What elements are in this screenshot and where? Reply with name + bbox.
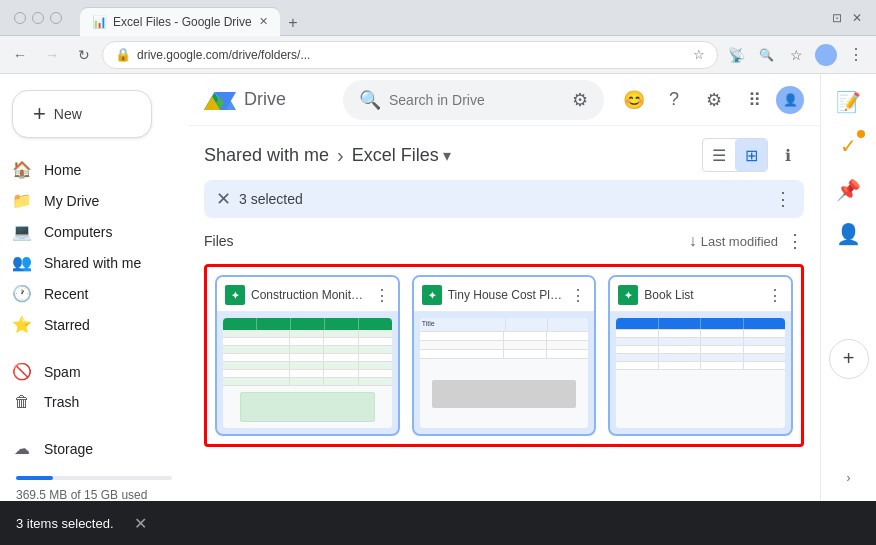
browser-tab[interactable]: 📊 Excel Files - Google Drive ✕	[80, 8, 280, 36]
close-button[interactable]: ✕	[852, 11, 862, 25]
storage-bar-background	[16, 476, 172, 480]
main-content: Drive 🔍 ⚙ 😊 ? ⚙ ⠿ 👤 Shared w	[188, 74, 820, 501]
bottom-bar: 3 items selected. ✕	[0, 501, 876, 545]
files-label: Files	[204, 233, 689, 249]
file-more-3[interactable]: ⋮	[767, 286, 783, 305]
new-tab-button[interactable]: +	[280, 10, 306, 36]
right-panel-tasks-icon[interactable]: ✓	[829, 126, 869, 166]
right-panel-keep-icon[interactable]: 📌	[829, 170, 869, 210]
bookmark-star-icon[interactable]: ☆	[782, 41, 810, 69]
plus-icon: +	[33, 103, 46, 125]
grid-view-button[interactable]: ⊞	[735, 139, 767, 171]
spam-icon: 🚫	[12, 362, 32, 381]
maximize-dot[interactable]	[50, 12, 62, 24]
header-actions: 😊 ? ⚙ ⠿ 👤	[616, 82, 804, 118]
drive-logo-area: Drive	[204, 86, 331, 114]
drive-header: Drive 🔍 ⚙ 😊 ? ⚙ ⠿ 👤	[188, 74, 820, 126]
breadcrumb-chevron[interactable]: ▾	[443, 146, 451, 165]
right-panel-docs-icon[interactable]: 📝	[829, 82, 869, 122]
file-card-booklist[interactable]: ✦ Book List ⋮	[608, 275, 793, 436]
storage-icon: ☁	[12, 439, 32, 458]
tab-favicon: 📊	[92, 15, 107, 29]
file-card-construction[interactable]: ✦ Construction Monitor... ⋮	[215, 275, 400, 436]
restore-button[interactable]: ⊡	[832, 11, 842, 25]
bookmark-icon[interactable]: ☆	[693, 47, 705, 62]
zoom-icon[interactable]: 🔍	[752, 41, 780, 69]
sheets-icon-2: ✦	[422, 285, 442, 305]
cast-icon[interactable]: 📡	[722, 41, 750, 69]
avatar[interactable]: 👤	[776, 86, 804, 114]
sidebar-item-computers[interactable]: 💻 Computers	[0, 216, 176, 247]
breadcrumb-parent[interactable]: Shared with me	[204, 145, 329, 166]
new-button[interactable]: + New	[12, 90, 152, 138]
search-bar[interactable]: 🔍 ⚙	[343, 80, 604, 120]
spreadsheet-3	[616, 318, 785, 428]
sidebar: + New 🏠 Home 📁 My Drive 💻 Computers 👥 Sh…	[0, 74, 188, 501]
sidebar-item-trash[interactable]: 🗑 Trash	[0, 387, 176, 417]
sidebar-item-home[interactable]: 🏠 Home	[0, 154, 176, 185]
right-panel: 📝 ✓ 📌 👤 + ›	[820, 74, 876, 501]
files-grid: ✦ Construction Monitor... ⋮	[204, 264, 804, 447]
tune-icon[interactable]: ⚙	[572, 89, 588, 111]
file-preview-3	[616, 318, 785, 428]
files-header: Files ↓ Last modified ⋮	[204, 230, 804, 252]
bottom-close-button[interactable]: ✕	[134, 514, 147, 533]
info-button[interactable]: ℹ	[772, 139, 804, 171]
breadcrumb-current-label[interactable]: Excel Files	[352, 145, 439, 166]
settings-icon[interactable]: ⚙	[696, 82, 732, 118]
recent-icon: 🕐	[12, 284, 32, 303]
storage-bar-fill	[16, 476, 53, 480]
apps-icon[interactable]: ⠿	[736, 82, 772, 118]
right-panel-people-icon[interactable]: 👤	[829, 214, 869, 254]
file-name-2: Tiny House Cost Plan...	[448, 288, 565, 302]
sort-label: Last modified	[701, 234, 778, 249]
mydrive-icon: 📁	[12, 191, 32, 210]
file-card-tinyhouse[interactable]: ✦ Tiny House Cost Plan... ⋮ Title	[412, 275, 597, 436]
url-bar: 🔒 drive.google.com/drive/folders/... ☆	[102, 41, 718, 69]
breadcrumb-arrow: ›	[337, 144, 344, 167]
profile-icon[interactable]	[812, 41, 840, 69]
drive-name: Drive	[244, 89, 286, 110]
trash-icon: 🗑	[12, 393, 32, 411]
selection-close-button[interactable]: ✕	[216, 188, 231, 210]
secure-icon: 🔒	[115, 47, 131, 62]
storage-section: 369.5 MB of 15 GB used	[0, 464, 188, 501]
minimize-dot[interactable]	[32, 12, 44, 24]
breadcrumb-row: Shared with me › Excel Files ▾ ☰ ⊞ ℹ	[204, 126, 804, 180]
file-card-booklist-header: ✦ Book List ⋮	[610, 277, 791, 312]
close-dot[interactable]	[14, 12, 26, 24]
selection-more-button[interactable]: ⋮	[774, 188, 792, 210]
tab-close-icon[interactable]: ✕	[259, 15, 268, 28]
file-more-2[interactable]: ⋮	[570, 286, 586, 305]
selection-bar: ✕ 3 selected ⋮	[204, 180, 804, 218]
feedback-icon[interactable]: 😊	[616, 82, 652, 118]
right-panel-expand-icon[interactable]: ›	[839, 463, 859, 493]
content-area: Shared with me › Excel Files ▾ ☰ ⊞ ℹ	[188, 126, 820, 501]
back-button[interactable]: ←	[6, 41, 34, 69]
more-options-icon[interactable]: ⋮	[786, 230, 804, 252]
right-panel-add-button[interactable]: +	[829, 339, 869, 379]
sort-arrow-icon: ↓	[689, 232, 697, 250]
reload-button[interactable]: ↻	[70, 41, 98, 69]
search-input[interactable]	[389, 92, 564, 108]
file-preview-2: Title	[420, 318, 589, 428]
sidebar-item-recent[interactable]: 🕐 Recent	[0, 278, 176, 309]
sort-area[interactable]: ↓ Last modified	[689, 232, 778, 250]
sidebar-item-spam[interactable]: 🚫 Spam	[0, 356, 176, 387]
extension-icon[interactable]: ⋮	[842, 41, 870, 69]
shared-icon: 👥	[12, 253, 32, 272]
forward-button[interactable]: →	[38, 41, 66, 69]
help-icon[interactable]: ?	[656, 82, 692, 118]
file-more-1[interactable]: ⋮	[374, 286, 390, 305]
spreadsheet-1	[223, 318, 392, 428]
home-icon: 🏠	[12, 160, 32, 179]
sidebar-item-storage[interactable]: ☁ Storage	[0, 433, 176, 464]
view-toggle: ☰ ⊞	[702, 138, 768, 172]
file-card-tinyhouse-header: ✦ Tiny House Cost Plan... ⋮	[414, 277, 595, 312]
url-text: drive.google.com/drive/folders/...	[137, 48, 687, 62]
sheets-icon-3: ✦	[618, 285, 638, 305]
sidebar-item-mydrive[interactable]: 📁 My Drive	[0, 185, 176, 216]
sidebar-item-shared[interactable]: 👥 Shared with me	[0, 247, 176, 278]
sidebar-item-starred[interactable]: ⭐ Starred	[0, 309, 176, 340]
list-view-button[interactable]: ☰	[703, 139, 735, 171]
